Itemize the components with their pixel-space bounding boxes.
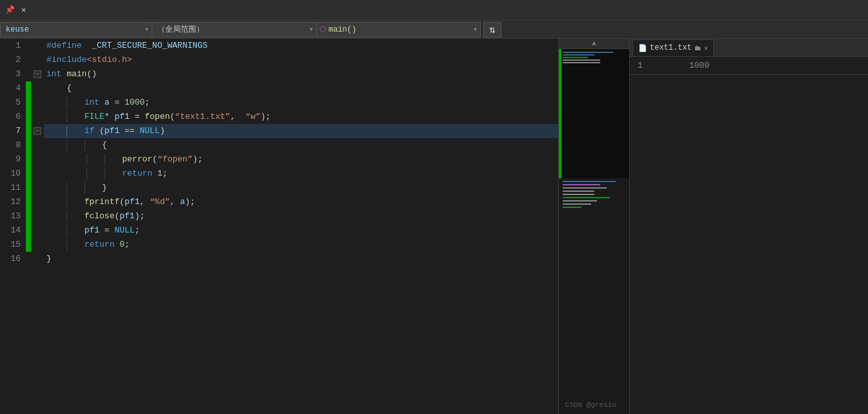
code-line-8[interactable]: { [44,138,558,152]
code-line-9[interactable]: perror ( “fopen” ); [44,152,558,167]
token-pre-2: #include [46,53,86,67]
gutter-12 [31,195,44,209]
code-line-5[interactable]: int a = 1000 ; [44,96,558,110]
token-indent-12 [46,195,66,209]
token-sp7 [69,124,84,138]
token-sp7b: ( [94,124,105,138]
code-line-3[interactable]: int main () [44,67,558,81]
token-var-7: pf1 [105,124,119,138]
indent-guide-7 [66,125,67,137]
bm-14 [26,223,31,238]
bm-11 [26,181,31,195]
gutter-16 [31,252,44,266]
code-line-2[interactable]: #include <stdio.h> [44,53,558,67]
code-line-4[interactable]: { [44,81,558,96]
fold-3[interactable]: − [34,70,41,78]
bm-2 [26,53,31,67]
token-var-12: pf1 [125,195,139,209]
token-fn-3: main [66,67,86,81]
bm-9 [26,152,31,167]
token-var2-12: a [180,195,185,209]
indent-guide-11b [85,182,85,194]
dropdown-bar: keuse ▾ （全局范围） ▾ ⬡ main() ▾ ⇅ [0,21,868,39]
token-num-5: 1000 [125,96,145,110]
indent-guide-12 [66,196,67,208]
main-content: 1 2 3 4 5 6 7 8 9 10 11 12 13 14 15 16 [0,39,868,414]
token-sp13 [69,209,84,223]
code-line-16[interactable]: } [44,252,558,266]
fold-7[interactable]: − [34,127,41,135]
gutter-3: − [31,67,44,81]
line-num-5: 5 [5,96,21,110]
file-icon: 📄 [638,44,647,52]
right-tab-pin[interactable]: 🖿 [694,44,701,52]
code-line-15[interactable]: return 0 ; [44,238,558,252]
token-comma2-12: , [170,195,180,209]
right-header-row: 1 1000 [630,57,868,75]
right-tab-text1[interactable]: 📄 text1.txt 🖿 ✕ [632,39,714,56]
indent-guide-11a [66,182,67,194]
token-8: { [87,138,107,152]
right-tab-close[interactable]: ✕ [704,44,709,52]
gutter-6 [31,110,44,124]
mm-l2 [563,54,594,56]
line-num-7: 7 [5,124,21,138]
gutter-1 [31,39,44,53]
token-str-6b: “w” [245,110,260,124]
code-line-11[interactable]: } [44,181,558,195]
token-num-15: 0 [119,238,125,252]
token-num-10: 1 [157,167,163,181]
token-sp5b [99,96,105,110]
func-label: main() [328,25,473,34]
mm-l4b [563,62,600,63]
close-icon[interactable]: ✕ [19,4,28,16]
line-num-16: 16 [5,252,21,266]
token-str-12: “%d” [150,195,170,209]
code-line-13[interactable]: fclose ( pf1 ); [44,209,558,223]
code-line-7[interactable]: if ( pf1 == NULL ) [44,124,558,138]
token-semi-15: ; [125,238,130,252]
gutter: − − [31,39,44,414]
func-icon: ⬡ [319,25,326,34]
indent-guide-8a [66,140,67,151]
token-sp10 [89,167,104,181]
gutter-9 [31,152,44,167]
line-num-11: 11 [5,181,21,195]
minimap-top [559,49,629,178]
token-null-14: NULL [114,223,134,238]
pin-icon[interactable]: 📌 [3,4,17,16]
line-num-14: 14 [5,223,21,238]
sync-button[interactable]: ⇅ [483,22,501,37]
token-indent-15 [46,238,66,252]
minimap-scroll-up[interactable]: ▲ [559,39,629,49]
mm-b9 [563,207,581,208]
func-dropdown[interactable]: ⬡ main() ▾ [316,22,481,37]
token-comma-12: , [139,195,150,209]
code-line-14[interactable]: pf1 = NULL ; [44,223,558,238]
token-indent-10 [46,167,86,181]
line-num-15: 15 [5,238,21,252]
token-space-1 [82,39,92,53]
bm-3 [26,67,31,81]
token-rp-9: ); [192,152,203,167]
top-toolbar: 📌 ✕ [0,0,868,21]
context-dropdown[interactable]: （全局范围） ▾ [152,22,316,37]
token-fn-12: fprintf [85,195,120,209]
token-eq-14: = [99,223,114,238]
token-eq-5: = [110,96,125,110]
token-rp-7: ) [160,124,165,138]
token-lp-9: ( [152,152,157,167]
code-line-12[interactable]: fprintf ( pf1 , “%d” , a ); [44,195,558,209]
scope-dropdown[interactable]: keuse ▾ [0,22,152,37]
token-kw-15: return [85,238,115,252]
code-line-10[interactable]: return 1 ; [44,167,558,181]
gutter-2 [31,53,44,67]
code-line-6[interactable]: FILE * pf1 = fopen ( “text1.txt” , “w” )… [44,110,558,124]
code-line-1[interactable]: #define _CRT_SECURE_NO_WARNINGS [44,39,558,53]
code-lines[interactable]: #define _CRT_SECURE_NO_WARNINGS #include… [44,39,558,414]
mm-b7 [563,200,597,202]
indent-guide-8b [85,140,85,151]
minimap-green-bar [559,49,561,178]
mm-l3 [563,57,588,58]
line-num-13: 13 [5,209,21,223]
